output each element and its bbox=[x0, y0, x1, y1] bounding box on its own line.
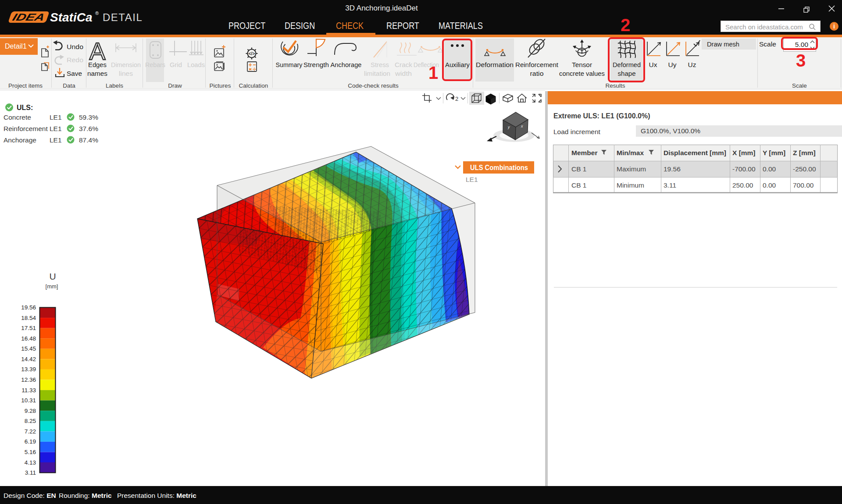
svg-text:Anchorage: Anchorage bbox=[331, 61, 362, 68]
svg-text:Y [mm]: Y [mm] bbox=[763, 149, 785, 156]
svg-text:Loads: Loads bbox=[187, 61, 205, 68]
svg-text:</>: </> bbox=[249, 51, 255, 56]
svg-text:19.56: 19.56 bbox=[664, 165, 681, 173]
svg-text:11.33: 11.33 bbox=[21, 387, 36, 394]
svg-text:Grid: Grid bbox=[170, 61, 182, 68]
svg-text:limitation: limitation bbox=[364, 70, 390, 77]
svg-text:Uz: Uz bbox=[688, 61, 696, 68]
svg-text:19.56: 19.56 bbox=[21, 304, 36, 311]
svg-text:7.22: 7.22 bbox=[25, 428, 36, 435]
svg-text:Dimension: Dimension bbox=[111, 61, 141, 68]
svg-text:4.13: 4.13 bbox=[25, 459, 36, 466]
svg-text:DETAIL: DETAIL bbox=[103, 11, 143, 23]
svg-text:IDEA: IDEA bbox=[11, 12, 46, 23]
svg-text:lines: lines bbox=[119, 70, 133, 77]
svg-text:ULS:: ULS: bbox=[17, 104, 33, 111]
svg-text:Scale: Scale bbox=[759, 40, 776, 48]
svg-text:Redo: Redo bbox=[67, 56, 83, 64]
svg-text:LE1: LE1 bbox=[50, 125, 62, 132]
svg-text:-250.00: -250.00 bbox=[793, 165, 816, 173]
svg-text:ULS Combinations: ULS Combinations bbox=[470, 163, 528, 171]
svg-text:12.36: 12.36 bbox=[21, 376, 36, 383]
svg-text:Save: Save bbox=[67, 70, 82, 77]
svg-text:Strength: Strength bbox=[303, 61, 329, 68]
svg-text:37.6%: 37.6% bbox=[79, 125, 98, 132]
svg-text:U: U bbox=[49, 271, 56, 281]
svg-text:250.00: 250.00 bbox=[732, 181, 753, 189]
svg-text:Maximum: Maximum bbox=[617, 165, 646, 173]
svg-text:Summary: Summary bbox=[276, 61, 303, 68]
svg-text:Min/max: Min/max bbox=[617, 149, 644, 156]
svg-text:17.51: 17.51 bbox=[21, 325, 36, 331]
svg-text:16.48: 16.48 bbox=[21, 335, 36, 342]
svg-text:10.31: 10.31 bbox=[21, 397, 36, 404]
svg-text:Deformation: Deformation bbox=[476, 61, 514, 68]
svg-text:59.3%: 59.3% bbox=[79, 114, 98, 121]
svg-text:0.00: 0.00 bbox=[763, 165, 776, 173]
svg-text:StatiCa: StatiCa bbox=[50, 11, 92, 24]
svg-text:Rebars: Rebars bbox=[145, 61, 165, 68]
svg-text:CB 1: CB 1 bbox=[571, 181, 586, 189]
svg-text:0.00: 0.00 bbox=[763, 181, 776, 189]
svg-text:Member: Member bbox=[571, 149, 597, 156]
svg-text:®: ® bbox=[95, 11, 99, 16]
svg-text:Reinforcement: Reinforcement bbox=[4, 125, 48, 132]
svg-text:ratio: ratio bbox=[530, 70, 544, 77]
svg-text:5.16: 5.16 bbox=[25, 449, 36, 455]
svg-text:Crack: Crack bbox=[395, 61, 412, 68]
svg-text:Displacement [mm]: Displacement [mm] bbox=[664, 149, 726, 156]
svg-text:9.28: 9.28 bbox=[25, 408, 36, 414]
svg-text:87.4%: 87.4% bbox=[79, 136, 98, 144]
svg-text:700.00: 700.00 bbox=[793, 181, 814, 189]
svg-text:Edges: Edges bbox=[88, 61, 107, 68]
svg-text:width: width bbox=[395, 70, 412, 77]
svg-text:names: names bbox=[87, 70, 107, 77]
svg-text:Reinforcement: Reinforcement bbox=[515, 61, 559, 68]
svg-text:-700.00: -700.00 bbox=[732, 165, 756, 173]
svg-text:Concrete: Concrete bbox=[4, 114, 31, 121]
svg-text:CB 1: CB 1 bbox=[571, 165, 586, 173]
svg-text:Undo: Undo bbox=[67, 43, 83, 50]
svg-text:14.42: 14.42 bbox=[21, 356, 36, 362]
svg-text:Minimum: Minimum bbox=[617, 181, 644, 189]
svg-text:y: y bbox=[507, 125, 510, 129]
svg-text:x: x bbox=[521, 124, 523, 128]
svg-text:18.54: 18.54 bbox=[21, 315, 36, 321]
svg-text:LE1: LE1 bbox=[50, 114, 62, 121]
svg-text:15.45: 15.45 bbox=[21, 345, 36, 352]
svg-text:concrete values: concrete values bbox=[559, 70, 605, 77]
svg-text:13.39: 13.39 bbox=[21, 366, 36, 373]
svg-text:3.11: 3.11 bbox=[25, 469, 36, 476]
svg-text:Anchorage: Anchorage bbox=[4, 136, 36, 144]
svg-text:Ux: Ux bbox=[649, 61, 657, 68]
svg-text:LE1: LE1 bbox=[466, 176, 478, 183]
svg-text:Tensor: Tensor bbox=[572, 61, 592, 68]
svg-text:Draw mesh: Draw mesh bbox=[707, 40, 739, 48]
svg-text:Z [mm]: Z [mm] bbox=[793, 149, 816, 156]
svg-text:LE1: LE1 bbox=[50, 136, 62, 144]
svg-text:[mm]: [mm] bbox=[46, 283, 58, 290]
svg-text:3.11: 3.11 bbox=[664, 181, 676, 189]
svg-text:8.25: 8.25 bbox=[25, 418, 36, 424]
svg-text:Stress: Stress bbox=[371, 61, 389, 68]
svg-text:Uy: Uy bbox=[668, 61, 677, 68]
svg-text:X [mm]: X [mm] bbox=[732, 149, 756, 156]
svg-text:6.19: 6.19 bbox=[25, 438, 36, 445]
svg-text:2: 2 bbox=[455, 96, 458, 102]
